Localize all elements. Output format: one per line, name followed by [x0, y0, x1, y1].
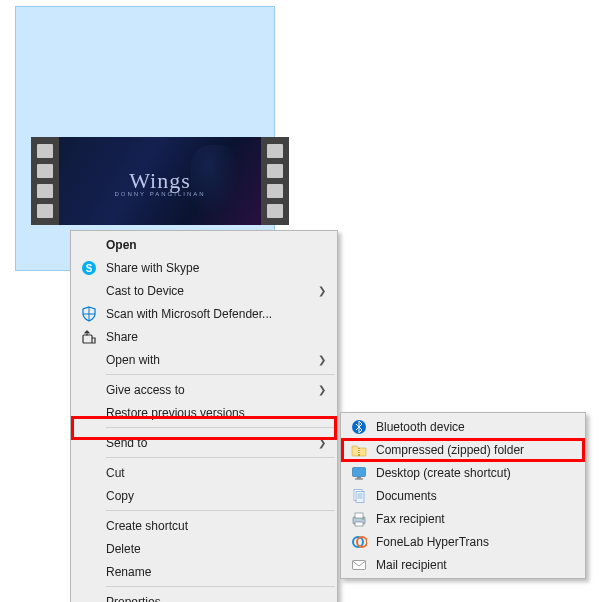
film-strip-right — [261, 137, 289, 225]
video-thumbnail[interactable]: Wings DONNY PANGILINAN — [31, 137, 289, 225]
menu-create-shortcut-label: Create shortcut — [106, 519, 188, 533]
svg-rect-4 — [83, 335, 92, 343]
menu-rename-label: Rename — [106, 565, 151, 579]
submenu-documents-label: Documents — [376, 489, 437, 503]
mail-icon — [350, 556, 368, 574]
menu-cast[interactable]: Cast to Device ❯ — [72, 279, 336, 302]
film-strip-left — [31, 137, 59, 225]
menu-open-label: Open — [106, 238, 137, 252]
menu-share[interactable]: Share — [72, 325, 336, 348]
submenu-mail[interactable]: Mail recipient — [342, 553, 584, 576]
menu-delete[interactable]: Delete — [72, 537, 336, 560]
svg-point-21 — [362, 518, 364, 520]
documents-icon — [350, 487, 368, 505]
menu-delete-label: Delete — [106, 542, 141, 556]
submenu-bluetooth-label: Bluetooth device — [376, 420, 465, 434]
menu-separator — [106, 586, 335, 587]
menu-open[interactable]: Open — [72, 233, 336, 256]
menu-cut[interactable]: Cut — [72, 461, 336, 484]
submenu-desktop[interactable]: Desktop (create shortcut) — [342, 461, 584, 484]
video-subtitle: DONNY PANGILINAN — [114, 191, 205, 197]
submenu-mail-label: Mail recipient — [376, 558, 447, 572]
menu-defender-label: Scan with Microsoft Defender... — [106, 307, 272, 321]
svg-rect-7 — [358, 449, 360, 450]
menu-open-with-label: Open with — [106, 353, 160, 367]
menu-properties[interactable]: Properties — [72, 590, 336, 602]
chevron-right-icon: ❯ — [318, 437, 326, 448]
svg-rect-24 — [353, 560, 366, 569]
submenu-zip[interactable]: Compressed (zipped) folder — [342, 438, 584, 461]
menu-separator — [106, 427, 335, 428]
skype-icon: S — [80, 259, 98, 277]
menu-separator — [106, 457, 335, 458]
video-preview: Wings DONNY PANGILINAN — [59, 137, 261, 225]
chevron-right-icon: ❯ — [318, 384, 326, 395]
menu-cast-label: Cast to Device — [106, 284, 184, 298]
menu-give-access[interactable]: Give access to ❯ — [72, 378, 336, 401]
svg-rect-14 — [356, 491, 364, 502]
submenu-fax[interactable]: Fax recipient — [342, 507, 584, 530]
share-icon — [80, 328, 98, 346]
chevron-right-icon: ❯ — [318, 354, 326, 365]
menu-copy[interactable]: Copy — [72, 484, 336, 507]
menu-open-with[interactable]: Open with ❯ — [72, 348, 336, 371]
menu-send-to-label: Send to — [106, 436, 147, 450]
menu-defender[interactable]: Scan with Microsoft Defender... — [72, 302, 336, 325]
menu-restore-versions[interactable]: Restore previous versions — [72, 401, 336, 424]
desktop-icon — [350, 464, 368, 482]
submenu-fonelab[interactable]: FoneLab HyperTrans — [342, 530, 584, 553]
submenu-fonelab-label: FoneLab HyperTrans — [376, 535, 489, 549]
menu-rename[interactable]: Rename — [72, 560, 336, 583]
svg-rect-19 — [355, 513, 363, 518]
svg-rect-10 — [353, 467, 366, 476]
menu-give-access-label: Give access to — [106, 383, 185, 397]
menu-copy-label: Copy — [106, 489, 134, 503]
chevron-right-icon: ❯ — [318, 285, 326, 296]
menu-cut-label: Cut — [106, 466, 125, 480]
svg-rect-8 — [358, 451, 360, 452]
shield-icon — [80, 305, 98, 323]
svg-text:S: S — [86, 262, 93, 273]
svg-rect-12 — [355, 478, 363, 479]
submenu-documents[interactable]: Documents — [342, 484, 584, 507]
svg-rect-11 — [357, 477, 361, 479]
svg-rect-9 — [358, 453, 360, 454]
menu-properties-label: Properties — [106, 595, 161, 603]
fax-icon — [350, 510, 368, 528]
fonelab-icon — [350, 533, 368, 551]
menu-share-skype[interactable]: S Share with Skype — [72, 256, 336, 279]
menu-share-skype-label: Share with Skype — [106, 261, 199, 275]
submenu-bluetooth[interactable]: Bluetooth device — [342, 415, 584, 438]
menu-restore-versions-label: Restore previous versions — [106, 406, 245, 420]
submenu-zip-label: Compressed (zipped) folder — [376, 443, 524, 457]
submenu-fax-label: Fax recipient — [376, 512, 445, 526]
menu-separator — [106, 510, 335, 511]
menu-share-label: Share — [106, 330, 138, 344]
menu-separator — [106, 374, 335, 375]
context-menu: Open S Share with Skype Cast to Device ❯… — [70, 230, 338, 602]
svg-rect-20 — [355, 522, 363, 526]
zip-folder-icon — [350, 441, 368, 459]
bluetooth-icon — [350, 418, 368, 436]
menu-create-shortcut[interactable]: Create shortcut — [72, 514, 336, 537]
send-to-submenu: Bluetooth device Compressed (zipped) fol… — [340, 412, 586, 579]
submenu-desktop-label: Desktop (create shortcut) — [376, 466, 511, 480]
menu-send-to[interactable]: Send to ❯ — [72, 431, 336, 454]
